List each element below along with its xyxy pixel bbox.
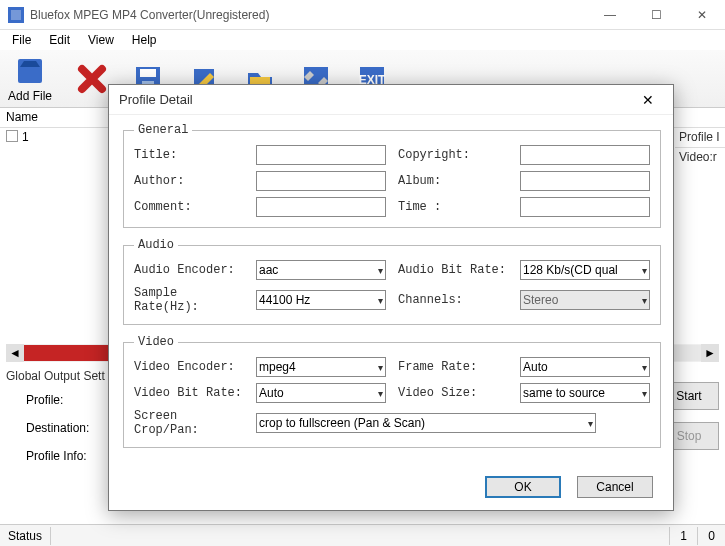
chevron-down-icon: ▾ bbox=[378, 388, 383, 399]
album-field[interactable] bbox=[520, 171, 650, 191]
channels-select[interactable]: Stereo▾ bbox=[520, 290, 650, 310]
copyright-field[interactable] bbox=[520, 145, 650, 165]
chevron-down-icon: ▾ bbox=[378, 265, 383, 276]
title-label: Title: bbox=[134, 148, 244, 162]
sample-rate-select[interactable]: 44100 Hz▾ bbox=[256, 290, 386, 310]
chevron-down-icon: ▾ bbox=[642, 295, 647, 306]
video-bitrate-select[interactable]: Auto▾ bbox=[256, 383, 386, 403]
time-label: Time : bbox=[398, 200, 508, 214]
general-group: General Title: Copyright: Author: Album:… bbox=[123, 123, 661, 228]
audio-legend: Audio bbox=[134, 238, 178, 252]
chevron-down-icon: ▾ bbox=[588, 418, 593, 429]
comment-label: Comment: bbox=[134, 200, 244, 214]
video-encoder-select[interactable]: mpeg4▾ bbox=[256, 357, 386, 377]
video-bitrate-label: Video Bit Rate: bbox=[134, 386, 244, 400]
audio-encoder-select[interactable]: aac▾ bbox=[256, 260, 386, 280]
cancel-button[interactable]: Cancel bbox=[577, 476, 653, 498]
video-encoder-label: Video Encoder: bbox=[134, 360, 244, 374]
dialog-title: Profile Detail bbox=[119, 92, 633, 107]
profile-detail-dialog: Profile Detail ✕ General Title: Copyrigh… bbox=[108, 84, 674, 511]
screen-crop-label: Screen Crop/Pan: bbox=[134, 409, 244, 437]
author-label: Author: bbox=[134, 174, 244, 188]
author-field[interactable] bbox=[256, 171, 386, 191]
comment-field[interactable] bbox=[256, 197, 386, 217]
ok-button[interactable]: OK bbox=[485, 476, 561, 498]
title-field[interactable] bbox=[256, 145, 386, 165]
chevron-down-icon: ▾ bbox=[642, 388, 647, 399]
sample-rate-label: Sample Rate(Hz): bbox=[134, 286, 244, 314]
chevron-down-icon: ▾ bbox=[642, 265, 647, 276]
time-field[interactable] bbox=[520, 197, 650, 217]
general-legend: General bbox=[134, 123, 192, 137]
audio-encoder-label: Audio Encoder: bbox=[134, 263, 244, 277]
chevron-down-icon: ▾ bbox=[378, 362, 383, 373]
channels-label: Channels: bbox=[398, 293, 508, 307]
copyright-label: Copyright: bbox=[398, 148, 508, 162]
dialog-close-button[interactable]: ✕ bbox=[633, 85, 663, 115]
video-size-select[interactable]: same to source▾ bbox=[520, 383, 650, 403]
audio-bitrate-select[interactable]: 128 Kb/s(CD qual▾ bbox=[520, 260, 650, 280]
audio-bitrate-label: Audio Bit Rate: bbox=[398, 263, 508, 277]
chevron-down-icon: ▾ bbox=[378, 295, 383, 306]
video-group: Video Video Encoder: mpeg4▾ Frame Rate: … bbox=[123, 335, 661, 448]
audio-group: Audio Audio Encoder: aac▾ Audio Bit Rate… bbox=[123, 238, 661, 325]
screen-crop-select[interactable]: crop to fullscreen (Pan & Scan)▾ bbox=[256, 413, 596, 433]
album-label: Album: bbox=[398, 174, 508, 188]
modal-overlay: Profile Detail ✕ General Title: Copyrigh… bbox=[0, 0, 725, 546]
frame-rate-select[interactable]: Auto▾ bbox=[520, 357, 650, 377]
chevron-down-icon: ▾ bbox=[642, 362, 647, 373]
video-legend: Video bbox=[134, 335, 178, 349]
video-size-label: Video Size: bbox=[398, 386, 508, 400]
frame-rate-label: Frame Rate: bbox=[398, 360, 508, 374]
